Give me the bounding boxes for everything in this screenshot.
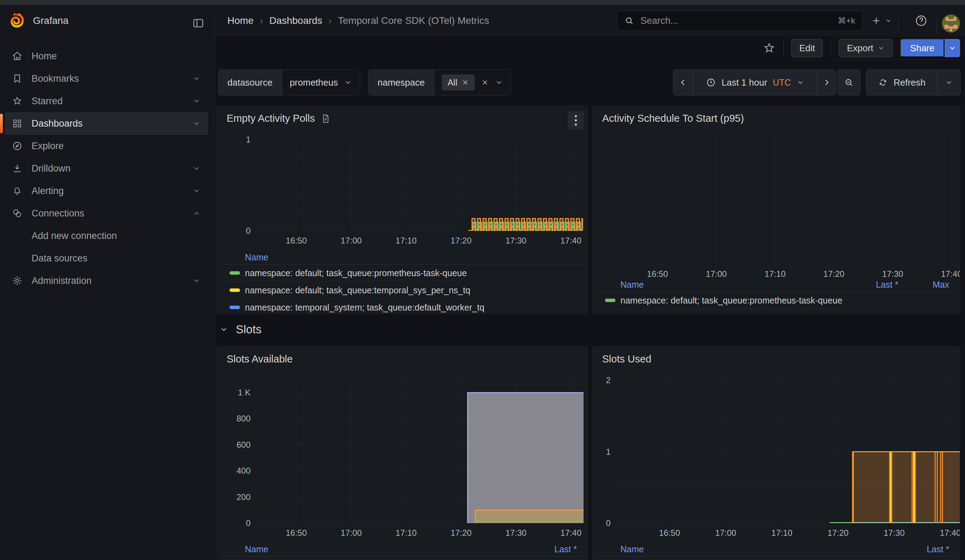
breadcrumb-separator: › (260, 15, 263, 26)
legend-header-last[interactable]: Last * (896, 544, 949, 554)
sidebar-item-connections[interactable]: Connections (0, 202, 208, 225)
chevron-down-icon (949, 44, 956, 52)
sidebar-item-dashboards[interactable]: Dashboards (5, 112, 208, 135)
legend-row[interactable]: namespace: temporal_system; task_queue:d… (217, 299, 587, 314)
series-color-pill[interactable] (229, 289, 240, 292)
x-axis-tick-label: 17:20 (815, 269, 853, 279)
search-input[interactable] (640, 15, 837, 27)
refresh-button[interactable]: Refresh (867, 70, 938, 95)
namespace-all-chip[interactable]: All (442, 74, 475, 90)
help-button[interactable] (914, 14, 928, 28)
gear-icon (12, 276, 23, 286)
panel-empty-activity-polls[interactable]: Empty Activity Polls Namenamespace: defa… (216, 106, 588, 314)
series-name[interactable]: namespace: default; task_queue:temporal_… (245, 285, 577, 296)
user-avatar[interactable] (942, 15, 960, 33)
new-add-button[interactable] (871, 15, 892, 26)
series-name[interactable]: namespace: default; task_queue:prometheu… (245, 268, 577, 278)
series-color-pill[interactable] (229, 271, 240, 275)
series-name[interactable]: namespace: default; task_queue:prometheu… (620, 296, 846, 305)
series-color-pill[interactable] (605, 299, 615, 302)
close-icon[interactable] (461, 78, 469, 87)
nav-sidebar: HomeBookmarksStarredDashboardsExploreDri… (0, 36, 215, 560)
search-input-box[interactable]: ⌘+k (617, 11, 862, 31)
namespace-filter-value[interactable]: All (434, 70, 510, 95)
share-button[interactable]: Share (900, 39, 944, 57)
legend-header-last[interactable]: Last * (846, 280, 898, 290)
legend-header-max[interactable]: Max (898, 280, 949, 290)
chevron-down-icon (344, 78, 352, 87)
datasource-filter-label: datasource (218, 70, 282, 95)
y-axis-tick-label: 600 (217, 440, 250, 450)
sidebar-item-administration[interactable]: Administration (0, 269, 208, 292)
dashboards-grid-icon (12, 118, 23, 129)
sidebar-item-alerting[interactable]: Alerting (0, 180, 208, 202)
sidebar-subitem-label: Add new connection (31, 230, 117, 242)
edit-button[interactable]: Edit (791, 39, 823, 57)
breadcrumb-home[interactable]: Home (227, 15, 254, 26)
edit-button-label: Edit (799, 43, 815, 54)
series-color-pill[interactable] (229, 305, 240, 309)
sidebar-item-bookmarks[interactable]: Bookmarks (0, 67, 208, 90)
x-axis-tick-label: 16:50 (277, 236, 316, 246)
dashboard-toolbar: Edit Export Share (215, 36, 965, 60)
legend-row[interactable]: namespace: default; task_queue:temporal_… (217, 282, 587, 299)
panel-slots-available[interactable]: Slots Available NameLast *namespace: def… (216, 347, 588, 560)
legend-row[interactable]: namespace: default; task_queue:prometheu… (217, 264, 587, 282)
share-menu-caret[interactable] (944, 39, 960, 57)
legend-row[interactable]: namespace: default; task_queue:prometheu… (592, 557, 960, 560)
breadcrumb-separator: › (329, 15, 332, 26)
refresh-interval-caret[interactable] (938, 70, 960, 95)
chevron-down-icon (885, 17, 892, 24)
legend-header-name[interactable]: Name (605, 280, 846, 290)
legend-row[interactable]: namespace: default; task_queue:prometheu… (592, 292, 960, 309)
sidebar-item-label: Alerting (31, 186, 193, 196)
timeseries-chart[interactable] (256, 381, 584, 523)
time-shift-forward-button[interactable] (817, 70, 836, 95)
legend-header-last[interactable]: Last * (524, 544, 577, 554)
timeseries-chart[interactable] (256, 140, 584, 231)
x-axis-tick-label: 17:00 (697, 269, 736, 279)
x-axis-tick-label: 17:30 (497, 528, 535, 538)
refresh-controls: Refresh (866, 70, 960, 95)
zoom-out-time-button[interactable] (837, 70, 860, 95)
mega-menu-dock-icon[interactable] (190, 15, 207, 32)
timeseries-chart[interactable] (599, 132, 960, 264)
favorite-star-icon[interactable] (763, 42, 775, 54)
datasource-filter[interactable]: datasource prometheus (218, 70, 360, 95)
panel-slots-used[interactable]: Slots Used NameLast *namespace: default;… (592, 347, 960, 560)
namespace-filter[interactable]: namespace All (368, 70, 511, 95)
y-axis-tick-label: 0 (592, 518, 610, 528)
export-button[interactable]: Export (839, 39, 892, 57)
panel-description-icon[interactable] (321, 113, 331, 124)
grafana-logo-icon[interactable] (9, 12, 25, 29)
datasource-filter-value[interactable]: prometheus (282, 70, 360, 95)
x-axis-tick-label: 17:40 (552, 528, 588, 538)
panel-menu-kebab[interactable] (568, 111, 584, 129)
x-axis-tick-label: 17:40 (931, 528, 960, 538)
sidebar-subitem-data-sources[interactable]: Data sources (0, 247, 214, 269)
chevron-down-icon (193, 165, 200, 172)
breadcrumb-current-dashboard: Temporal Core SDK (OTel) Metrics (338, 15, 489, 26)
series-name[interactable]: namespace: temporal_system; task_queue:d… (245, 302, 577, 313)
sidebar-item-home[interactable]: Home (0, 45, 208, 67)
panel-activity-schedule-to-start[interactable]: Activity Schedule To Start (p95) NameLas… (592, 106, 960, 314)
sidebar-item-starred[interactable]: Starred (0, 90, 208, 112)
legend-row[interactable]: namespace: default; task_queue:prometheu… (217, 557, 587, 560)
sidebar-item-explore[interactable]: Explore (0, 135, 208, 157)
star-icon (12, 96, 23, 106)
sidebar-subitem-add-new-connection[interactable]: Add new connection (0, 225, 214, 247)
chevron-down-icon (193, 187, 200, 195)
sidebar-item-label: Home (31, 51, 208, 62)
time-shift-back-button[interactable] (674, 70, 693, 95)
timeseries-chart[interactable] (616, 377, 960, 523)
breadcrumb-dashboards[interactable]: Dashboards (269, 15, 322, 26)
clear-all-icon[interactable] (481, 78, 489, 87)
y-axis-tick-label: 2 (592, 376, 610, 385)
legend-header-name[interactable]: Name (229, 252, 577, 263)
legend-header-name[interactable]: Name (229, 544, 524, 554)
time-range-picker[interactable]: Last 1 hour UTC (693, 70, 817, 95)
legend-header-name[interactable]: Name (605, 544, 896, 554)
sidebar-item-drilldown[interactable]: Drilldown (0, 157, 208, 180)
time-range-label: Last 1 hour (721, 77, 767, 88)
row-section-slots[interactable]: Slots (220, 323, 262, 336)
